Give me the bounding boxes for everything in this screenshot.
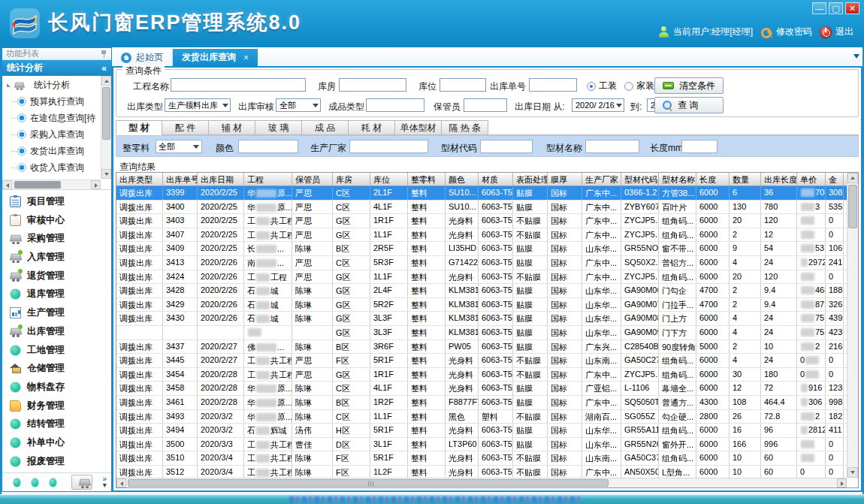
- cart-module-button[interactable]: [71, 475, 92, 490]
- column-header[interactable]: 出库类型: [116, 173, 163, 186]
- close-button[interactable]: ✕: [845, 2, 859, 14]
- scroll-right-icon[interactable]: [837, 478, 847, 487]
- clear-conditions-button[interactable]: 清空条件: [654, 77, 724, 94]
- sidebar-item-dot[interactable]: 结转管理: [10, 415, 111, 433]
- sidebar-item-dot[interactable]: 退库管理: [10, 285, 111, 303]
- table-row[interactable]: 调拨出库34072020/2/25工共工程严思G区1L1F整料光身料6063-T…: [116, 228, 847, 243]
- column-header[interactable]: 出库长度: [761, 173, 797, 186]
- scroll-left-icon[interactable]: [2, 180, 12, 189]
- column-header[interactable]: 工程: [244, 173, 292, 186]
- pin-icon[interactable]: [101, 50, 107, 58]
- table-row[interactable]: 调拨出库34092020/2/25长...陈琳B区2R5F整料LI35HD606…: [116, 242, 847, 256]
- material-tab[interactable]: 隔 热 条: [442, 120, 488, 135]
- column-header[interactable]: 库房: [333, 173, 370, 186]
- tree-item[interactable]: 发货出库查询: [5, 143, 100, 159]
- scroll-up-icon[interactable]: [847, 173, 858, 183]
- table-row[interactable]: 调拨出库35102020/3/4工共工程陈琳F区5R1F整料光身料6063-T5…: [116, 451, 847, 466]
- scroll-right-icon[interactable]: [91, 180, 101, 189]
- sidebar-item-clipboard[interactable]: 项目管理: [10, 192, 111, 210]
- column-header[interactable]: 型材代码: [621, 173, 659, 186]
- tree-vertical-scrollbar[interactable]: [101, 76, 111, 179]
- sidebar-item-dot[interactable]: 报废管理: [10, 452, 111, 470]
- table-row[interactable]: 调拨出库34942020/3/2石辉城汤伟H区5R1F整料光身料6063-T5贴…: [116, 424, 847, 438]
- column-header[interactable]: 单价: [797, 173, 826, 186]
- tree-item[interactable]: 采购入库查询: [5, 126, 100, 143]
- search-button[interactable]: 查 询: [654, 97, 724, 113]
- table-row[interactable]: 调拨出库34542020/2/28工共工程严思G区1R1F整料光身料6063-T…: [116, 368, 847, 382]
- table-row[interactable]: G区3L3F整料KLM38176063-T5贴膜国标山东华...GA90M09.…: [116, 326, 847, 340]
- change-password-button[interactable]: 修改密码: [760, 26, 812, 38]
- column-header[interactable]: 出库单号: [163, 173, 198, 186]
- column-header[interactable]: 整零料: [408, 173, 446, 186]
- color-input[interactable]: [238, 140, 298, 153]
- part-select[interactable]: 全部: [156, 140, 202, 153]
- scroll-down-icon[interactable]: [847, 467, 858, 478]
- quick-module-icon[interactable]: [49, 478, 57, 487]
- radio-jiazhuang[interactable]: 家装: [624, 80, 654, 92]
- audit-select[interactable]: 全部: [276, 98, 321, 112]
- table-row[interactable]: 调拨出库34302020/2/26石城陈琳G区3L3F整料KLM38176063…: [116, 312, 847, 326]
- sidebar-item-home[interactable]: 仓储管理: [10, 360, 111, 378]
- table-row[interactable]: 调拨出库35122020/3/4工共工程陈琳F区1L2F整料光身料6063-T5…: [116, 466, 847, 478]
- tree-item[interactable]: 收货入库查询: [5, 159, 100, 176]
- scroll-left-icon[interactable]: [116, 478, 126, 487]
- table-vertical-scrollbar[interactable]: [847, 173, 858, 478]
- maximize-button[interactable]: ▢: [829, 2, 843, 14]
- column-header[interactable]: 数量: [730, 173, 761, 186]
- scroll-thumb[interactable]: [848, 185, 857, 228]
- table-row[interactable]: 调拨出库34282020/2/26石城陈琳G区2L4F整料KLM38176063…: [116, 284, 847, 298]
- table-row[interactable]: 调拨出库34582020/2/28华原...陈琳C区4L1F整料光身料6063-…: [116, 382, 847, 396]
- maker-input[interactable]: [349, 140, 428, 153]
- length-input[interactable]: [681, 140, 717, 153]
- scroll-up-icon[interactable]: [101, 76, 111, 86]
- keeper-input[interactable]: [464, 98, 507, 112]
- name-input[interactable]: [585, 140, 639, 153]
- material-tab[interactable]: 配 件: [162, 120, 209, 135]
- table-row[interactable]: 调拨出库34242020/2/26工工程严思G区1L1F整料光身料6063-T5…: [116, 270, 847, 285]
- material-tab[interactable]: 辅 材: [209, 120, 255, 135]
- sidebar-item-cart-out[interactable]: 出库管理: [10, 322, 111, 340]
- project-name-input[interactable]: [171, 78, 306, 92]
- radio-gongzhuang[interactable]: 工装: [587, 80, 617, 92]
- tab-close-icon[interactable]: ×: [243, 53, 249, 63]
- sidebar-item-cart[interactable]: 采购管理: [10, 230, 111, 248]
- column-header[interactable]: 型材名称: [659, 173, 696, 186]
- table-row[interactable]: 调拨出库34932020/3/2华原...陈琳C区1L1F整料黑色塑料不贴膜国标…: [116, 410, 847, 424]
- material-tab[interactable]: 玻 璃: [255, 120, 302, 135]
- column-header[interactable]: 生产厂家: [582, 173, 621, 186]
- column-header[interactable]: 库位: [370, 173, 408, 186]
- scroll-down-icon[interactable]: [101, 169, 111, 179]
- table-row[interactable]: 调拨出库35002020/3/3工共工程曹佳D区3L1F整料LT3P606063…: [116, 438, 847, 452]
- table-row[interactable]: 调拨出库34452020/2/27工共工程严思F区5R1F整料光身料6063-T…: [116, 354, 847, 368]
- table-horizontal-scrollbar[interactable]: [116, 478, 847, 487]
- tab-shipping-query[interactable]: 发货出库查询 ×: [173, 49, 258, 66]
- material-tab[interactable]: 耗 材: [349, 120, 395, 135]
- column-header[interactable]: 材质: [479, 173, 513, 186]
- tab-home[interactable]: 起始页: [112, 49, 173, 66]
- logout-button[interactable]: 退出: [820, 26, 853, 38]
- minimize-button[interactable]: —: [812, 2, 826, 14]
- table-row[interactable]: 调拨出库34612020/2/28华原...陈琳B区1R2F整料F8877FT6…: [116, 396, 847, 410]
- table-row[interactable]: 调拨出库34002020/2/25华原...严思C区4L1F整料SU10...6…: [116, 201, 847, 215]
- sidebar-item-dot[interactable]: 物料盘存: [10, 379, 111, 397]
- column-header[interactable]: 金: [826, 173, 844, 186]
- column-header[interactable]: 出库日期: [198, 173, 244, 186]
- table-row[interactable]: 调拨出库33992020/2/25华原...严思C区2L1F整料SU10...6…: [116, 186, 847, 201]
- product-type-input[interactable]: [366, 98, 424, 112]
- tree-item[interactable]: 预算执行查询: [5, 93, 100, 110]
- tree-item[interactable]: 退货查询[待定]: [5, 176, 100, 179]
- table-row[interactable]: 调拨出库34372020/2/27佛...陈琳B区3R6F整料PW056063-…: [116, 340, 847, 355]
- tab-list-dropdown-icon[interactable]: [853, 54, 859, 59]
- quick-module-icon[interactable]: [13, 478, 21, 487]
- code-input[interactable]: [480, 140, 533, 153]
- sidebar-item-clipboard2[interactable]: 审核中心: [10, 211, 111, 229]
- table-row[interactable]: 调拨出库34032020/2/25工共工程严思G区1R1F整料光身料6063-T…: [116, 214, 847, 228]
- date-from-select[interactable]: 2020/ 2/16: [572, 98, 624, 112]
- sidebar-item-dot[interactable]: 补单中心: [10, 434, 111, 452]
- tree-expander-icon[interactable]: [7, 83, 11, 87]
- sidebar-item-cart-return[interactable]: 退货管理: [10, 267, 111, 285]
- table-row[interactable]: 调拨出库34292020/2/26石城陈琳G区5R2F整料KLM38176063…: [116, 298, 847, 312]
- order-no-input[interactable]: [529, 78, 577, 92]
- material-tab[interactable]: 型 材: [116, 120, 162, 135]
- column-header[interactable]: 颜色: [446, 173, 479, 186]
